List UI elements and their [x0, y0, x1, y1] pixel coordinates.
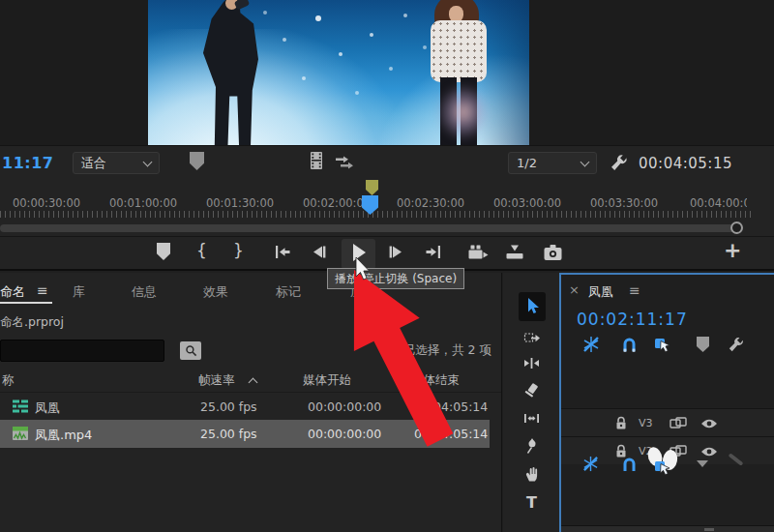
snap-magnet-icon[interactable]	[621, 337, 638, 353]
ruler-label: 00:02:00:00	[303, 196, 371, 210]
ruler-label: 00:02:30:00	[397, 196, 464, 210]
resolution-dropdown[interactable]: 1/2	[508, 152, 597, 174]
timeline-zoom-scrollbar[interactable]	[0, 221, 774, 236]
panel-menu-icon[interactable]: ≡	[629, 282, 640, 298]
add-marker-icon[interactable]	[697, 337, 709, 352]
column-header-name[interactable]: 称	[2, 372, 15, 389]
chevron-down-icon	[143, 157, 153, 166]
sync-lock-icon[interactable]	[670, 417, 687, 429]
tools-panel: T	[503, 273, 559, 532]
track-label[interactable]: V3	[639, 417, 653, 429]
scrollbar-end-handle[interactable]	[730, 222, 743, 234]
chevron-down-icon	[580, 157, 590, 166]
eye-icon[interactable]	[700, 418, 718, 429]
tooltip: 播放-停止切换 (Space)	[327, 268, 464, 289]
trim-arrows-icon[interactable]	[335, 155, 354, 169]
type-tool[interactable]: T	[526, 493, 537, 512]
extract-button[interactable]	[505, 244, 524, 261]
tab-libraries[interactable]: 库	[73, 283, 85, 301]
row-name: 凤凰	[35, 399, 60, 417]
play-button[interactable]	[351, 243, 367, 262]
row-name: 凤凰.mp4	[35, 427, 92, 444]
tab-effects[interactable]: 效果	[203, 283, 228, 301]
column-header-media-end[interactable]: 媒体结束	[411, 372, 460, 389]
tab-markers[interactable]: 标记	[276, 283, 301, 301]
monitor-control-bar: 11:17 适合 1/2 00:04:05:15	[0, 145, 774, 180]
row-media-end: 00:04:05:14	[414, 399, 488, 414]
fit-dropdown[interactable]: 适合	[73, 152, 160, 174]
project-file-name: 命名.prproj	[0, 314, 64, 331]
ruler-ticks	[0, 211, 755, 218]
timeline-tab-close-icon[interactable]: ×	[569, 282, 580, 297]
timeline-timecode[interactable]: 00:02:11:17	[577, 310, 688, 329]
panel-menu-icon[interactable]: ≡	[37, 282, 48, 298]
mark-out-button[interactable]: }	[233, 241, 244, 260]
row-fps: 25.00 fps	[200, 399, 257, 414]
go-to-in-button[interactable]	[275, 245, 291, 259]
transport-bar: { } +	[0, 236, 774, 271]
timeline-tab-title[interactable]: 凤凰	[588, 283, 613, 301]
step-forward-button[interactable]	[388, 245, 403, 259]
ruler-label: 00:01:00:00	[109, 196, 177, 210]
tab-project[interactable]: 命名	[0, 283, 25, 301]
track-row-v3: V3	[561, 408, 774, 436]
eye-icon[interactable]	[700, 446, 718, 458]
ruler-label: 00:00:30:00	[13, 196, 80, 210]
resolution-dropdown-value: 1/2	[517, 156, 537, 170]
playhead-position-timecode[interactable]: 11:17	[2, 154, 53, 172]
lift-button[interactable]	[467, 244, 489, 261]
table-row[interactable]: 凤凰 25.00 fps 00:00:00:00 00:04:05:14	[0, 392, 502, 420]
linked-selection-icon-ghost	[654, 458, 673, 476]
video-preview	[148, 0, 529, 145]
go-to-out-button[interactable]	[425, 245, 441, 259]
razor-tool[interactable]	[523, 382, 540, 399]
add-marker-button[interactable]	[157, 243, 170, 260]
ruler-label: 00:04:00:00	[690, 196, 747, 210]
time-ruler[interactable]: 00:00:30:00 00:01:00:00 00:01:30:00 00:0…	[0, 179, 774, 221]
project-panel: 命名 ≡ 库 信息 效果 标记 历史 命名.prproj 1 项已选择，共 2 …	[0, 273, 502, 532]
column-header-media-start[interactable]: 媒体开始	[303, 372, 351, 389]
video-clip-icon	[12, 426, 29, 441]
selection-status: 1 项已选择，共 2 项	[0, 342, 491, 359]
settings-wrench-icon[interactable]	[610, 153, 629, 172]
premiere-pro-window: 11:17 适合 1/2 00:04:05:15 00:00:30:00 00:	[0, 0, 774, 532]
selection-tool[interactable]	[524, 297, 541, 315]
singer-woman-blouse	[431, 20, 487, 82]
add-marker-icon[interactable]	[190, 152, 204, 170]
triangle-down-icon-ghost	[697, 460, 708, 467]
timeline-panel: × 凤凰 ≡ 00:02:11:17 V3	[559, 273, 774, 532]
lock-icon[interactable]	[615, 416, 627, 430]
linked-selection-icon[interactable]	[654, 336, 673, 353]
scrollbar-track[interactable]	[0, 224, 737, 232]
sequence-icon	[12, 399, 29, 414]
fit-dropdown-value: 适合	[81, 155, 106, 172]
table-row-selected[interactable]: 凤凰.mp4 25.00 fps 00:00:00:00 00:04:05:14	[0, 420, 490, 448]
row-fps: 25.00 fps	[200, 427, 257, 441]
column-header-fps[interactable]: 帧速率	[198, 372, 235, 389]
nest-toggle-icon[interactable]	[582, 336, 600, 353]
mark-in-button[interactable]: {	[196, 241, 207, 260]
scrollbar-handle[interactable]	[704, 528, 714, 531]
film-icon[interactable]	[308, 151, 325, 172]
slip-tool[interactable]	[523, 410, 540, 427]
hand-tool[interactable]	[523, 465, 541, 483]
settings-wrench-icon[interactable]	[728, 336, 745, 353]
ruler-label: 00:03:30:00	[590, 196, 658, 210]
singer-man-mic-hand	[234, 0, 250, 11]
snow-dots	[148, 0, 150, 2]
add-button[interactable]: +	[724, 238, 741, 262]
export-frame-button[interactable]	[543, 244, 563, 261]
row-media-end: 00:04:05:14	[414, 427, 488, 441]
track-select-tool[interactable]	[523, 329, 541, 345]
ruler-label: 00:03:00:00	[493, 196, 561, 210]
snap-magnet-icon-ghost	[621, 457, 638, 473]
active-tab-underline	[0, 302, 52, 304]
blur-patch	[438, 85, 489, 139]
tab-info[interactable]: 信息	[132, 283, 157, 301]
timeline-bottom-scrollbar[interactable]	[561, 525, 774, 532]
ripple-edit-tool[interactable]	[523, 356, 540, 370]
step-back-button[interactable]	[312, 245, 327, 259]
pen-tool[interactable]	[524, 437, 540, 455]
sequence-marker-olive[interactable]	[366, 180, 378, 195]
duration-timecode[interactable]: 00:04:05:15	[639, 155, 732, 172]
